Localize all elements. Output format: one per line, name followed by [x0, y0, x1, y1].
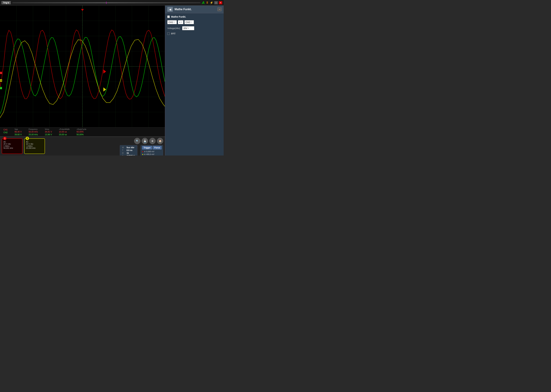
trigger-arrow — [81, 9, 84, 11]
meas-dc-header: +DutyCycle — [77, 128, 86, 130]
ch2-select-value: CH2 — [186, 21, 190, 23]
trigger-icon-1: ⬇ — [144, 151, 146, 153]
meas-freq-header: Frequency — [28, 128, 38, 130]
t-label: T — [122, 149, 124, 152]
channel-a-indicator: A — [202, 0, 205, 5]
tf-header: Trigger Force — [142, 146, 162, 149]
oscilloscope-grid[interactable] — [0, 6, 165, 127]
panel-back-button[interactable]: ◀ — [167, 7, 173, 12]
meas-vpp-header: Vpp — [14, 128, 21, 130]
main-content: 1 M 2 — [0, 6, 224, 155]
trig-badge: Trig'd — [1, 1, 11, 4]
panel-body: ✓ Mathe Funkt. CH1 ▼ + ▼ CH2 ▼ — [165, 13, 224, 155]
top-icons: A ⏸ ⚡ − ✕ — [202, 0, 222, 5]
ch1-voltage: 20 V /div — [3, 143, 21, 145]
scope-area: 1 M 2 — [0, 6, 165, 155]
bottom-right-section: 🔍 💾 🖥 🏠 M 5us /div T 0.0 ns D 1k S — [120, 138, 163, 155]
m-value: 5us /div — [127, 146, 135, 149]
meas-dc-col: +DutyCycle 50,00% 50,00% — [77, 128, 86, 136]
trigger-force-panel: Trigger Force ● ⬇ 0,000 mV ● ⬇ 400,0 mV — [141, 145, 163, 155]
fft-label: FFT — [171, 32, 176, 35]
fft-checkbox[interactable] — [167, 33, 170, 35]
ch1-dropdown-arrow: ▼ — [173, 21, 175, 23]
op-select[interactable]: + ▼ — [178, 20, 183, 24]
fft-row: FFT — [167, 32, 222, 35]
ch2-freq: 25,000 kHz — [26, 147, 43, 149]
left-edge-markers: 1 M 2 — [0, 72, 2, 89]
ch1-select[interactable]: CH1 ▼ — [167, 20, 177, 24]
right-edge-arrows — [103, 70, 106, 91]
voltage-row: Voltage(/div): 20V ▼ — [167, 26, 222, 30]
zoom-icon-button[interactable]: 🔍 — [134, 138, 140, 144]
pause-icon: ⏸ — [206, 1, 209, 5]
ch1-info: AC 20 V /div 1.0divs 50,001 kHz — [3, 141, 21, 149]
trigger-ch1-value: 0,000 mV — [146, 150, 154, 153]
meas-vrms-col: Vrms 34,91 V 13,96 V — [45, 128, 52, 136]
m-label: M — [122, 146, 124, 149]
voltage-dropdown-arrow: ▼ — [188, 28, 189, 29]
trigger-line — [12, 2, 200, 3]
trigger-icon-2: ⬇ — [144, 154, 146, 155]
math-marker: M — [0, 79, 2, 82]
ch1-coupling: AC — [3, 141, 21, 143]
ch2-dropdown-arrow: ▼ — [191, 21, 192, 23]
meas-ch2-dc: 50,00% — [77, 133, 86, 136]
trigger-button[interactable]: Trigger — [142, 146, 152, 149]
mathe-formula-row: CH1 ▼ + ▼ CH2 ▼ — [167, 20, 222, 24]
ch2-select[interactable]: CH2 ▼ — [184, 20, 194, 24]
op-dropdown-arrow: ▼ — [181, 21, 182, 23]
meas-ch1-freq: 50,00 kHz — [28, 131, 38, 133]
lightning-icon: ⚡ — [210, 1, 213, 4]
voltage-value: 20V — [183, 27, 187, 29]
t-value: 0.0 ns — [127, 149, 135, 152]
meas-label-col: CH1 CH2 — [3, 128, 7, 136]
minimize-button[interactable]: − — [214, 1, 218, 4]
voltage-label: Voltage(/div): — [167, 27, 180, 29]
ch2-divs: -1.0divs — [26, 145, 43, 147]
measurements-bar: CH1 CH2 Vpp 98,40 V 39,60 V Frequency 50… — [0, 127, 165, 136]
meas-vpp-col: Vpp 98,40 V 39,60 V — [14, 128, 21, 136]
close-button[interactable]: ✕ — [219, 1, 222, 4]
force-button[interactable]: Force — [153, 146, 162, 149]
ch1-marker: 1 — [0, 72, 2, 74]
meas-ch1-pw: 10,00 us — [59, 131, 70, 133]
tf-ch2-row: ● ⬇ 400,0 mV — [142, 153, 162, 155]
meas-freq-col: Frequency 50,00 kHz 25,00 kHz — [28, 128, 38, 136]
s-value: (10MS/s) — [127, 155, 135, 155]
ch2-coupling: AC — [26, 141, 43, 143]
panel-header: ◀ Mathe Funkt. − — [165, 6, 224, 13]
meas-ch1-vrms: 34,91 V — [45, 131, 52, 133]
ch1-badge: 1 — [3, 137, 7, 140]
bottom-panel: 1 AC 20 V /div 1.0divs 50,001 kHz 2 AC 1… — [0, 136, 165, 155]
save-icon-button[interactable]: 💾 — [142, 138, 148, 144]
trigger-ch2-dot: ● — [142, 153, 143, 155]
meas-ch1-vpp: 98,40 V — [14, 131, 21, 133]
home-icon-button[interactable]: 🏠 — [157, 138, 163, 144]
meas-ch2-freq: 25,00 kHz — [28, 133, 38, 136]
s-label: S — [122, 155, 124, 155]
screen-icon-button[interactable]: 🖥 — [149, 138, 155, 144]
ch1-freq: 50,001 kHz — [3, 147, 21, 149]
panel-minus-button[interactable]: − — [217, 7, 222, 11]
meas-ch1-dc: 50,00% — [77, 131, 86, 133]
grid-svg — [0, 6, 165, 127]
mathe-checkbox-label: Mathe Funkt. — [171, 15, 186, 18]
meas-vrms-header: Vrms — [45, 128, 52, 130]
ch1-box[interactable]: 1 AC 20 V /div 1.0divs 50,001 kHz — [2, 138, 22, 154]
trigger-ch1-dot: ● — [142, 150, 143, 153]
meas-ch1-label: CH1 — [3, 129, 7, 131]
bottom-icons-row: 🔍 💾 🖥 🏠 — [120, 138, 163, 144]
meas-pw-col: +PulseWidth 10,00 us 20,00 us — [59, 128, 70, 136]
ch2-voltage: 10 V /div — [26, 143, 43, 145]
ch2-box[interactable]: 2 AC 10 V /div -1.0divs 25,000 kHz — [24, 138, 45, 154]
meas-ch2-vpp: 39,60 V — [14, 133, 21, 136]
ch2-badge: 2 — [26, 137, 29, 140]
time-panel: M 5us /div T 0.0 ns D 1k S (10MS/s) — [120, 145, 137, 155]
ch1-edge-arrow — [103, 70, 106, 74]
d-value: 1k — [127, 152, 135, 154]
voltage-select[interactable]: 20V ▼ — [182, 26, 194, 30]
mathe-checkbox[interactable]: ✓ — [167, 15, 170, 18]
ch2-marker: 2 — [0, 87, 2, 89]
ch2-edge-arrow — [103, 87, 106, 91]
ch2-info: AC 10 V /div -1.0divs 25,000 kHz — [26, 141, 43, 149]
